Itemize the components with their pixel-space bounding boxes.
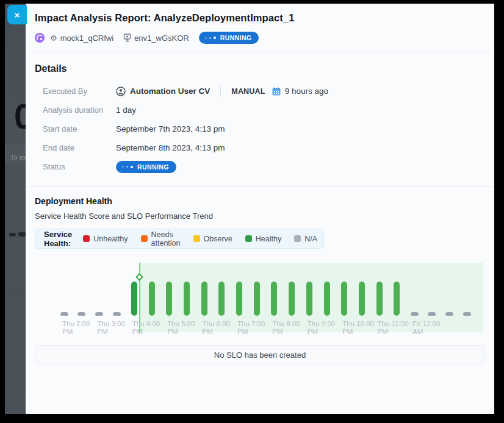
background-pill-icon	[9, 233, 16, 236]
health-bar[interactable]	[218, 282, 225, 316]
x-axis-tick-label: Thu 4:00PM	[132, 320, 160, 336]
close-drawer-button[interactable]: ×	[7, 5, 27, 24]
impact-analysis-report-drawer: Impact Analysis Report: AnalyzeDeploymen…	[26, 4, 494, 414]
detail-label: Status	[43, 162, 116, 171]
health-bar[interactable]	[376, 282, 383, 316]
x-axis-tick-label: Thu 6:00PM	[203, 320, 230, 336]
health-bar[interactable]	[394, 282, 400, 316]
legend-item: Needs attention	[141, 230, 181, 247]
health-bar-na[interactable]	[428, 312, 436, 316]
legend-label: Observe	[204, 235, 232, 243]
details-heading: Details	[35, 63, 485, 74]
running-dot-icon	[205, 37, 207, 39]
automation-name: ⚙ mock1_qCRfwi	[50, 34, 113, 43]
time-ago: 9 hours ago	[285, 87, 328, 96]
health-bar[interactable]	[254, 282, 260, 316]
legend-item: Healthy	[245, 235, 281, 243]
health-bar[interactable]	[359, 282, 365, 316]
x-axis-tick-label: Thu 9:00PM	[308, 320, 335, 336]
status-badge: RUNNING	[199, 32, 259, 44]
legend-label: N/A	[304, 235, 317, 243]
slo-empty-message: No SLO has been created	[214, 350, 306, 360]
service-health-legend: Service Health: UnhealthyNeeds attention…	[35, 229, 324, 249]
x-axis-tick-label: Thu 8:00PM	[272, 320, 300, 336]
deployment-health-heading: Deployment Health	[35, 196, 485, 206]
executed-by-user: Automation User CV	[130, 87, 210, 96]
detail-label: Executed By	[43, 87, 116, 96]
background-pill-icon	[18, 232, 26, 236]
legend-swatch-icon	[193, 235, 200, 242]
running-dot-icon	[209, 37, 211, 39]
health-bar-na[interactable]	[113, 312, 121, 316]
detail-value: RUNNING	[116, 161, 176, 173]
health-bar[interactable]	[324, 282, 330, 316]
drawer-header: Impact Analysis Report: AnalyzeDeploymen…	[26, 4, 494, 52]
x-axis-tick-label: Thu 7:00PM	[237, 320, 265, 336]
health-bar[interactable]	[289, 282, 295, 316]
detail-label: Analysis duration	[43, 105, 116, 115]
legend-swatch-icon	[141, 235, 148, 242]
deployment-health-section: Deployment Health Service Health Score a…	[26, 187, 494, 364]
health-bar[interactable]	[184, 282, 190, 316]
health-bar[interactable]	[271, 282, 277, 316]
health-bar[interactable]	[201, 282, 207, 316]
x-axis-tick-label: Thu 10:00PM	[342, 320, 374, 336]
gear-icon: ⚙	[50, 34, 57, 42]
detail-row-analysis-duration: Analysis duration 1 day	[35, 101, 485, 119]
impact-analysis-icon	[35, 33, 45, 43]
running-dot-icon	[214, 37, 216, 39]
health-bar-na[interactable]	[95, 312, 103, 316]
legend-title: Service Health:	[44, 230, 72, 248]
detail-row-end-date: End date September 8th 2023, 4:13 pm	[35, 138, 485, 157]
health-bar[interactable]	[131, 282, 137, 316]
calendar-icon	[272, 87, 281, 96]
detail-value: Automation User CV MANUAL 9 hours ago	[116, 86, 328, 97]
health-bar-na[interactable]	[445, 312, 453, 316]
x-axis-tick-label: Thu 3:00PM	[97, 320, 124, 336]
detail-value: 1 day	[116, 105, 136, 115]
environment-name: env1_wGsKOR	[123, 34, 189, 43]
legend-label: Healthy	[256, 235, 281, 243]
health-bar[interactable]	[166, 282, 172, 316]
x-axis-tick-label: Thu 2:00PM	[62, 320, 90, 336]
details-section: Details Executed By Automation User CV M…	[26, 52, 494, 180]
legend-label: Unhealthy	[93, 235, 128, 243]
legend-item: N/A	[294, 235, 317, 243]
detail-label: End date	[43, 143, 116, 152]
background-truncated-text: To expa	[10, 154, 26, 161]
legend-item: Unhealthy	[83, 235, 128, 243]
detail-row-executed-by: Executed By Automation User CV MANUAL	[35, 82, 485, 101]
legend-item: Observe	[193, 235, 232, 243]
x-axis-tick-label: Thu 11:00PM	[378, 320, 409, 336]
health-bar[interactable]	[149, 282, 155, 316]
health-bar-na[interactable]	[77, 312, 85, 316]
legend-swatch-icon	[294, 235, 301, 242]
running-dot-icon	[131, 166, 133, 168]
legend-swatch-icon	[245, 235, 252, 242]
background-big-number: 0	[14, 96, 26, 137]
running-dot-icon	[126, 166, 128, 168]
service-health-chart: Thu 2:00PMThu 3:00PMThu 4:00PMThu 5:00PM…	[35, 255, 485, 337]
divider	[220, 86, 221, 97]
close-icon: ×	[15, 10, 20, 20]
health-bar-na[interactable]	[463, 312, 471, 316]
legend-swatch-icon	[83, 235, 90, 242]
health-bar[interactable]	[306, 282, 312, 316]
page-title: Impact Analysis Report: AnalyzeDeploymen…	[35, 12, 484, 24]
detail-value: September 8th 2023, 4:13 pm	[116, 143, 225, 152]
detail-row-status: Status RUNNING	[35, 157, 485, 176]
detail-row-start-date: Start date September 7th 2023, 4:13 pm	[35, 119, 485, 138]
slo-empty-state: No SLO has been created	[35, 345, 485, 364]
detail-value: September 7th 2023, 4:13 pm	[116, 124, 225, 133]
x-axis-tick-label: Fri 12:00AM	[412, 320, 440, 336]
health-bar-na[interactable]	[60, 312, 68, 316]
user-avatar-icon	[116, 87, 126, 96]
trigger-type: MANUAL	[231, 87, 265, 96]
health-bar[interactable]	[341, 282, 347, 316]
environment-icon	[123, 34, 131, 42]
detail-label: Start date	[43, 124, 116, 133]
x-axis-tick-label: Thu 5:00PM	[167, 320, 195, 336]
health-bar[interactable]	[236, 282, 242, 316]
health-bar-na[interactable]	[411, 312, 419, 316]
chart-subtitle: Service Health Score and SLO Performance…	[35, 212, 485, 221]
